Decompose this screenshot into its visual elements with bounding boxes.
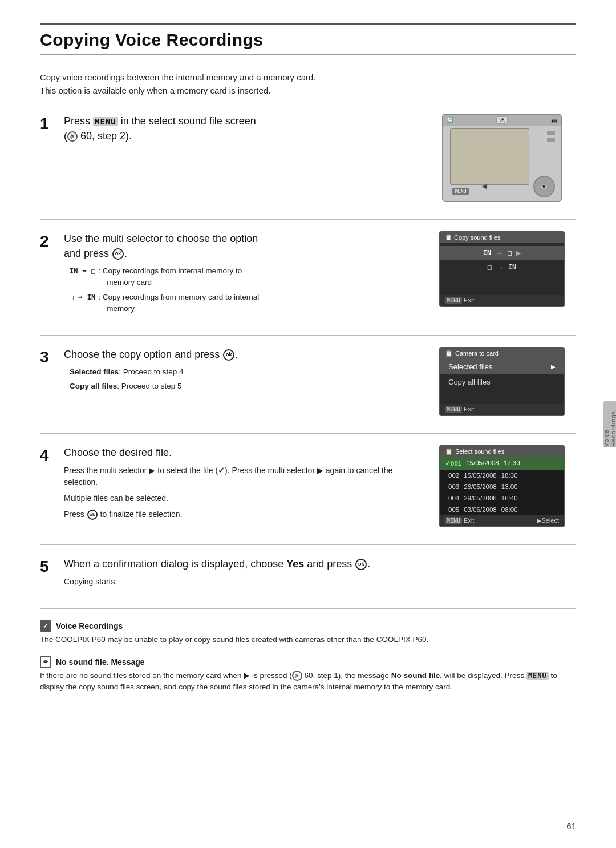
step-2-screen: 📋 Copy sound files IN → □ ▶ □ → IN xyxy=(439,231,565,307)
step-number-4: 4 xyxy=(40,445,64,465)
step-4-footer: MENU Exit ▶Select xyxy=(440,515,564,526)
page: Copying Voice Recordings Copy voice reco… xyxy=(0,0,616,848)
page-title: Copying Voice Recordings xyxy=(40,30,576,50)
note-2-header: ✏ No sound file. Message xyxy=(40,656,576,668)
step-4-row-2: 002 15/05/2008 18:30 xyxy=(440,470,564,481)
side-tab: Voice Recordings xyxy=(603,401,616,447)
step-1: 1 Press MENU in the select sound file sc… xyxy=(40,114,576,202)
bullet-1-text: : Copy recordings from internal memory t… xyxy=(98,265,242,289)
step-number-5: 5 xyxy=(40,556,64,576)
step-3: 3 Choose the copy option and press ok. S… xyxy=(40,347,576,416)
step-2: 2 Use the multi selector to choose the o… xyxy=(40,231,576,318)
step-4-para3: Press ok to finalize file selection. xyxy=(64,508,416,521)
note-2-title: No sound file. Message xyxy=(56,657,145,667)
step-4-screen-title: 📋 Select sound files xyxy=(440,446,564,457)
step-2-row-1: IN → □ ▶ xyxy=(440,246,564,260)
step-4-heading: Choose the desired file. xyxy=(64,445,416,460)
pencil-icon: ✏ xyxy=(40,656,51,668)
step-number-2: 2 xyxy=(40,231,64,251)
step-4-row-4: 004 29/05/2008 16:40 xyxy=(440,492,564,504)
step-5-content: When a confirmation dialog is displayed,… xyxy=(64,556,576,592)
step-5-heading: When a confirmation dialog is displayed,… xyxy=(64,556,565,571)
step-4-para1: Press the multi selector ▶ to select the… xyxy=(64,465,416,489)
side-tab-label: Voice Recordings xyxy=(603,401,616,447)
step-3-item-all: Copy all files xyxy=(440,374,564,390)
note-1-header: ✓ Voice Recordings xyxy=(40,620,576,632)
step-4-image: 📋 Select sound files ✓001 15/05/2008 17:… xyxy=(428,445,576,527)
page-number: 61 xyxy=(566,821,576,831)
bullet-1-icon: IN ➡ □ xyxy=(70,265,95,277)
step-3-sub: Selected files: Proceed to step 4 Copy a… xyxy=(64,366,416,393)
step-4-content: Choose the desired file. Press the multi… xyxy=(64,445,428,524)
step-2-screen-title: 📋 Copy sound files xyxy=(440,232,564,243)
step-3-heading: Choose the copy option and press ok. xyxy=(64,347,416,362)
step-2-screen-footer: MENU Exit xyxy=(440,295,564,306)
step-3-screen: 📋 Camera to card Selected files Copy all… xyxy=(439,347,565,416)
note-voice-recordings: ✓ Voice Recordings The COOLPIX P60 may b… xyxy=(40,620,576,645)
step-number-1: 1 xyxy=(40,114,64,133)
step-3-item-selected: Selected files xyxy=(440,359,564,374)
step-4-para2: Multiple files can be selected. xyxy=(64,492,416,505)
bullet-2-text: : Copy recordings from memory card to in… xyxy=(98,292,259,315)
step-2-screen-body: IN → □ ▶ □ → IN xyxy=(440,243,564,295)
step-4-rows: ✓001 15/05/2008 17:30 002 15/05/2008 18:… xyxy=(440,457,564,515)
step-2-content: Use the multi selector to choose the opt… xyxy=(64,231,428,318)
check-icon: ✓ xyxy=(40,620,51,632)
step-3-screen-title: 📋 Camera to card xyxy=(440,348,564,359)
bullet-2-icon: □ ➡ IN xyxy=(70,292,95,303)
step-4-screen: 📋 Select sound files ✓001 15/05/2008 17:… xyxy=(439,445,565,527)
title-bar: Copying Voice Recordings xyxy=(40,23,576,55)
step-4-row-3: 003 26/05/2008 13:00 xyxy=(440,481,564,492)
note-2-text: If there are no sound files stored on th… xyxy=(40,670,576,693)
step-4-row-1: ✓001 15/05/2008 17:30 xyxy=(440,457,564,470)
step-1-heading: Press MENU in the select sound file scre… xyxy=(64,114,416,143)
step-2-image: 📋 Copy sound files IN → □ ▶ □ → IN xyxy=(428,231,576,307)
step-number-3: 3 xyxy=(40,347,64,366)
note-no-sound: ✏ No sound file. Message If there are no… xyxy=(40,656,576,693)
step-4-row-5: 005 03/06/2008 08:00 xyxy=(440,504,564,515)
step-3-content: Choose the copy option and press ok. Sel… xyxy=(64,347,428,395)
step-3-screen-footer: MENU Exit xyxy=(440,404,564,415)
step-2-bullets: IN ➡ □ : Copy recordings from internal m… xyxy=(64,265,416,315)
step-1-image: 🔄 OK 📷 MENU ◄ 🗑 xyxy=(428,114,576,202)
step-5: 5 When a confirmation dialog is displaye… xyxy=(40,556,576,592)
step-3-image: 📋 Camera to card Selected files Copy all… xyxy=(428,347,576,416)
step-3-list: Selected files Copy all files xyxy=(440,359,564,404)
step-5-sub: Copying starts. xyxy=(64,576,565,588)
note-1-title: Voice Recordings xyxy=(56,621,123,631)
note-1-text: The COOLPIX P60 may be unable to play or… xyxy=(40,634,576,645)
step-2-heading: Use the multi selector to choose the opt… xyxy=(64,231,416,261)
step-4: 4 Choose the desired file. Press the mul… xyxy=(40,445,576,527)
step-1-content: Press MENU in the select sound file scre… xyxy=(64,114,428,148)
step-2-row-2: □ → IN xyxy=(440,260,564,274)
intro-text: Copy voice recordings between the intern… xyxy=(40,71,576,98)
